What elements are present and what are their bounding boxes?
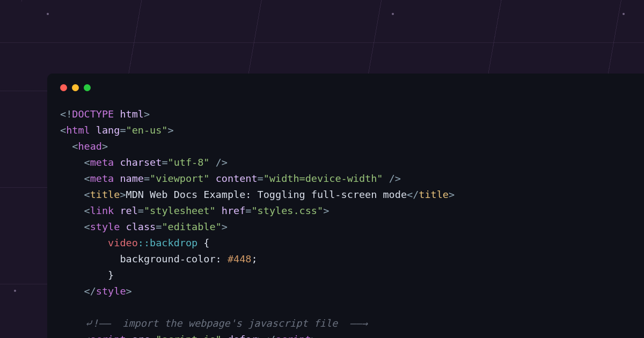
- code-token: >: [144, 108, 150, 120]
- code-token: "script.js": [156, 334, 222, 338]
- code-token: video: [108, 237, 138, 248]
- code-token: style: [96, 285, 126, 297]
- code-token: href: [222, 205, 246, 216]
- code-token: "editable": [162, 221, 221, 232]
- code-token: title: [90, 189, 120, 200]
- code-token: "utf-8": [168, 157, 210, 168]
- code-token: html: [120, 108, 144, 120]
- code-token: background-color: [120, 253, 215, 264]
- code-token: script: [275, 334, 311, 338]
- code-token: link: [90, 205, 114, 216]
- code-token: name: [120, 173, 144, 184]
- code-token: class: [126, 221, 156, 232]
- code-token: meta: [90, 173, 114, 184]
- code-token: content: [216, 173, 258, 184]
- code-block: <!DOCTYPE html> <html lang="en-us"> <hea…: [60, 106, 631, 338]
- minimize-icon[interactable]: [72, 84, 79, 91]
- code-token: <!: [60, 108, 72, 120]
- code-token: #448: [228, 253, 252, 264]
- close-icon[interactable]: [60, 84, 67, 91]
- code-token: DOCTYPE: [72, 108, 114, 120]
- code-token: meta: [90, 157, 114, 168]
- code-token: "viewport": [150, 173, 209, 184]
- code-token: MDN Web Docs Example: Toggling full-scre…: [126, 189, 407, 200]
- code-token: "stylesheet": [144, 205, 216, 216]
- code-token: defer: [228, 334, 258, 338]
- code-token: script: [90, 334, 126, 338]
- code-token: charset: [120, 157, 162, 168]
- code-token: lang: [96, 124, 120, 136]
- code-editor-window: <!DOCTYPE html> <html lang="en-us"> <hea…: [47, 74, 644, 338]
- code-token: style: [90, 221, 120, 232]
- code-token: "styles.css": [251, 205, 323, 216]
- code-token: title: [419, 189, 449, 200]
- code-token: ::backdrop: [138, 237, 197, 248]
- code-token: "en-us": [126, 124, 168, 136]
- maximize-icon[interactable]: [84, 84, 91, 91]
- window-controls: [60, 84, 631, 91]
- code-token: "width=device-width": [264, 173, 383, 184]
- code-token: src: [132, 334, 150, 338]
- code-token: html: [66, 124, 90, 136]
- code-token: rel: [120, 205, 137, 216]
- code-token: head: [78, 141, 102, 152]
- code-comment: ⤶!—— import the webpage's javascript fil…: [84, 318, 368, 329]
